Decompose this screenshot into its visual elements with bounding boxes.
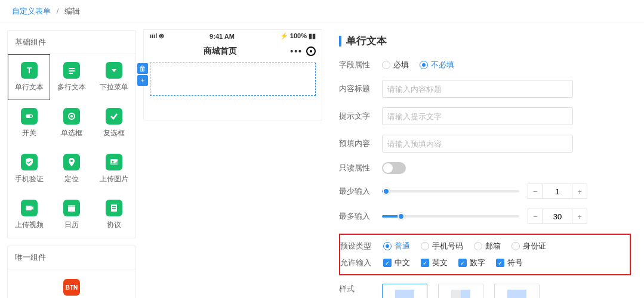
component-label: 协议 <box>107 220 121 230</box>
btn-icon: BTN <box>63 279 80 296</box>
preset-radio-0[interactable]: 普通 <box>383 241 410 252</box>
svg-point-8 <box>70 160 73 162</box>
component-label: 日历 <box>64 220 79 230</box>
hint-label: 提示文字 <box>339 111 382 122</box>
svg-rect-3 <box>69 73 73 74</box>
phone-time: 9:41 AM <box>209 33 235 40</box>
allow-checkbox-1[interactable]: ✓英文 <box>421 257 448 268</box>
allow-input-label: 允许输入 <box>340 257 383 268</box>
preset-radio-2[interactable]: 邮箱 <box>474 241 501 252</box>
component-label: 单行文本 <box>15 82 44 92</box>
svg-rect-13 <box>68 205 75 207</box>
more-icon[interactable]: ••• <box>290 46 303 56</box>
min-increase-button[interactable]: + <box>572 184 587 199</box>
phone-header: 商城首页 ••• <box>144 42 322 60</box>
allow-checkbox-0[interactable]: ✓中文 <box>383 257 410 268</box>
svg-rect-16 <box>112 208 116 209</box>
doc-icon <box>106 200 122 216</box>
dropdown-icon <box>106 62 122 79</box>
style-card-1[interactable]: 样式1 <box>382 284 427 298</box>
unique-components-title: 唯一组件 <box>8 246 135 269</box>
radio-icon <box>63 108 80 125</box>
canvas-component[interactable]: 🗑 + <box>150 63 316 96</box>
min-value-input[interactable] <box>543 184 572 199</box>
max-decrease-button[interactable]: − <box>528 209 543 224</box>
breadcrumb-current: 编辑 <box>64 7 80 15</box>
svg-text:T: T <box>26 66 32 75</box>
readonly-label: 只读属性 <box>339 163 382 173</box>
component-label: 复选框 <box>103 128 125 138</box>
component-label: 上传视频 <box>15 220 44 230</box>
allow-checkbox-3[interactable]: ✓符号 <box>496 257 523 268</box>
pin-icon <box>63 154 80 170</box>
component-label: 上传图片 <box>100 174 128 184</box>
image-icon <box>106 154 122 170</box>
breadcrumb: 自定义表单 / 编辑 <box>0 0 644 23</box>
component-pin[interactable]: 定位 <box>50 146 93 192</box>
component-image[interactable]: 上传图片 <box>93 146 135 192</box>
preset-radio-3[interactable]: 身份证 <box>511 241 546 252</box>
max-value-input[interactable] <box>543 209 572 224</box>
component-submit-button[interactable]: BTN提交按钮 <box>13 274 131 298</box>
style-card-2[interactable]: 样式2 <box>438 284 483 298</box>
component-multi[interactable]: 多行文本 <box>50 54 93 100</box>
prefill-input[interactable] <box>382 135 573 153</box>
canvas-area: ıııl ⊜ 9:41 AM ⚡ 100% ▮▮ 商城首页 ••• 🗑 <box>143 23 322 298</box>
component-label: 下拉菜单 <box>100 82 128 92</box>
component-label: 单选框 <box>61 128 82 138</box>
max-input-label: 最多输入 <box>339 211 382 222</box>
breadcrumb-root[interactable]: 自定义表单 <box>12 7 51 15</box>
svg-point-5 <box>30 115 32 117</box>
component-label: 定位 <box>64 174 79 184</box>
component-doc[interactable]: 协议 <box>93 192 135 238</box>
basic-components-title: 基础组件 <box>8 31 135 54</box>
component-shield[interactable]: 手机验证 <box>8 146 50 192</box>
style-card-3[interactable]: 样式3 <box>494 284 540 298</box>
content-title-label: 内容标题 <box>339 83 382 94</box>
component-palette: 基础组件 T单行文本多行文本下拉菜单开关单选框复选框手机验证定位上传图片上传视频… <box>0 23 143 298</box>
allow-checkbox-2[interactable]: ✓数字 <box>458 257 485 268</box>
shield-icon <box>21 154 38 170</box>
component-radio[interactable]: 单选框 <box>50 100 93 146</box>
prefill-label: 预填内容 <box>339 138 382 149</box>
phone-title: 商城首页 <box>204 46 237 57</box>
add-icon[interactable]: + <box>137 75 148 86</box>
component-label: 手机验证 <box>15 174 44 184</box>
hint-input[interactable] <box>382 107 573 125</box>
target-icon[interactable] <box>306 46 316 56</box>
checkbox-icon <box>106 108 122 125</box>
component-label: 开关 <box>22 128 36 138</box>
preset-radio-1[interactable]: 手机号码 <box>421 241 463 252</box>
delete-icon[interactable]: 🗑 <box>137 63 148 74</box>
component-checkbox[interactable]: 复选框 <box>93 100 135 146</box>
style-label: 样式 <box>339 284 382 294</box>
component-label: 多行文本 <box>57 82 86 92</box>
component-T[interactable]: T单行文本 <box>8 54 50 100</box>
switch-icon <box>21 108 38 125</box>
content-title-input[interactable] <box>382 80 573 98</box>
T-icon: T <box>21 62 38 79</box>
field-attr-label: 字段属性 <box>339 60 382 70</box>
phone-status-bar: ıııl ⊜ 9:41 AM ⚡ 100% ▮▮ <box>144 30 322 42</box>
phone-battery: ⚡ 100% ▮▮ <box>280 32 316 40</box>
component-switch[interactable]: 开关 <box>8 100 50 146</box>
preset-type-label: 预设类型 <box>340 241 383 252</box>
svg-rect-1 <box>69 68 75 69</box>
svg-rect-11 <box>26 206 32 210</box>
required-radio[interactable]: 必填 <box>382 60 409 70</box>
max-increase-button[interactable]: + <box>572 209 587 224</box>
component-video[interactable]: 上传视频 <box>8 192 50 238</box>
panel-title: 单行文本 <box>339 34 631 48</box>
component-calendar[interactable]: 日历 <box>50 192 93 238</box>
not-required-radio[interactable]: 不必填 <box>420 60 454 70</box>
svg-point-7 <box>70 115 73 117</box>
min-slider[interactable] <box>382 190 519 193</box>
component-dropdown[interactable]: 下拉菜单 <box>93 54 135 100</box>
max-slider[interactable] <box>382 215 519 218</box>
video-icon <box>21 200 38 216</box>
readonly-switch[interactable] <box>382 162 406 174</box>
multi-icon <box>63 62 80 79</box>
min-decrease-button[interactable]: − <box>528 184 543 199</box>
highlighted-section: 预设类型 普通手机号码邮箱身份证 允许输入 ✓中文✓英文✓数字✓符号 <box>339 234 631 275</box>
svg-rect-15 <box>112 206 116 207</box>
